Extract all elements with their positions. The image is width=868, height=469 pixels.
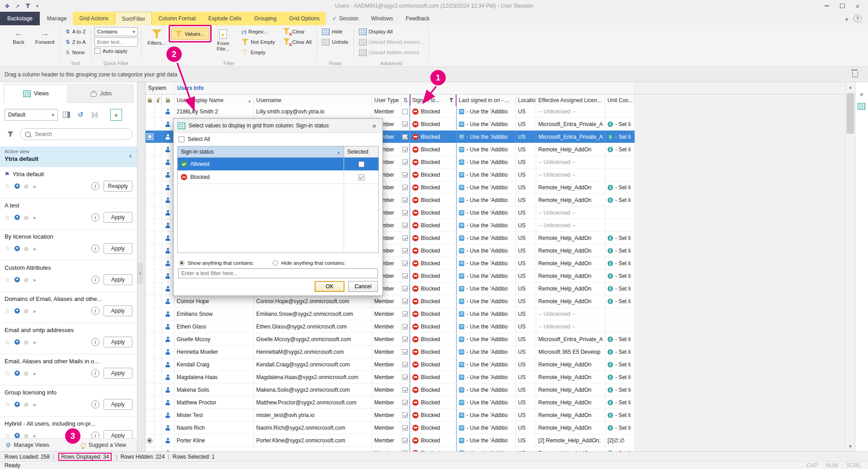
value-checkbox[interactable] xyxy=(359,161,364,167)
location-cell[interactable]: US xyxy=(516,131,536,143)
checkbox-cell[interactable] xyxy=(401,219,410,231)
username-cell[interactable]: Giselle.Mccoy@sygx2.onmicrosoft.com xyxy=(254,333,372,345)
location-cell[interactable]: US xyxy=(516,358,536,371)
license-cell[interactable]: Remote_Help_AddOn xyxy=(536,396,605,408)
last-signed-in-cell[interactable]: - Use the 'Additio xyxy=(457,257,516,269)
filters-button[interactable]: Filters... xyxy=(145,27,169,59)
ribbon-tab[interactable]: Sort/Filter xyxy=(115,12,152,25)
last-signed-in-cell[interactable]: - Use the 'Additio xyxy=(457,105,516,117)
location-cell[interactable]: US xyxy=(516,105,536,117)
active-view-header[interactable]: Active view Ytria default xyxy=(0,146,137,167)
display-name-cell[interactable] xyxy=(175,447,254,451)
license-cell[interactable]: Remote_Help_AddOn xyxy=(536,358,605,371)
location-cell[interactable]: US xyxy=(516,346,536,358)
sign-in-status-cell[interactable]: Blocked xyxy=(410,346,457,358)
unit-cost-cell[interactable]: - Set li xyxy=(605,295,635,307)
location-cell[interactable]: US xyxy=(516,434,536,446)
display-name-cell[interactable]: Connor Hope xyxy=(175,295,254,307)
ribbon-tab[interactable]: Feedback xyxy=(399,12,436,25)
maximize-button[interactable] xyxy=(835,1,849,10)
view-list-item[interactable]: Email and smtp addresses Apply xyxy=(0,323,137,354)
display-name-cell[interactable]: 2186Lilly Smith 2 xyxy=(175,105,254,117)
view-list-item[interactable]: Email, Aliases and other Mails in o... A… xyxy=(0,354,137,385)
filter-views-button[interactable] xyxy=(5,128,16,140)
row-checkbox[interactable] xyxy=(402,286,408,291)
unit-cost-cell[interactable]: - Set li xyxy=(605,447,635,451)
checkbox-cell[interactable] xyxy=(401,295,410,307)
band-users-info[interactable]: Users Info xyxy=(175,82,635,94)
checkbox-cell[interactable] xyxy=(401,308,410,320)
value-checkbox[interactable] xyxy=(359,174,364,180)
license-cell[interactable]: -- Unlicensed -- xyxy=(536,169,605,181)
checkbox-cell[interactable] xyxy=(401,320,410,333)
row-checkbox[interactable] xyxy=(402,147,408,152)
unhide-rows-button[interactable]: Unhide xyxy=(320,38,350,47)
apply-view-button[interactable]: Apply xyxy=(104,305,132,316)
scrollbar-thumb[interactable] xyxy=(847,93,854,134)
row-checkbox[interactable] xyxy=(402,223,408,228)
clear-all-button[interactable]: Clear All xyxy=(281,38,313,47)
username-cell[interactable]: Kendall.Craig@sygx2.onmicrosoft.com xyxy=(254,358,372,371)
table-row[interactable]: Ethen Glass Ethen.Glass@sygx2.onmicrosof… xyxy=(146,320,635,333)
quick-filter-operator-select[interactable]: Contains xyxy=(94,27,138,36)
license-cell[interactable]: Microsoft 365 E5 Develop xyxy=(536,346,605,358)
unit-cost-cell[interactable]: - Set li xyxy=(605,358,635,371)
collapse-panel-handle[interactable] xyxy=(137,263,143,284)
regex-button[interactable]: Regex... xyxy=(240,27,277,36)
ribbon-tab[interactable]: Column Format xyxy=(152,12,202,25)
checkbox-cell[interactable] xyxy=(401,143,410,155)
last-signed-in-cell[interactable]: - Use the 'Additio xyxy=(457,232,516,244)
table-row[interactable]: Mister Test mister_test@ovh.ytria.io Mem… xyxy=(146,409,635,422)
user-type-cell[interactable]: Member xyxy=(372,308,401,320)
ribbon-tab[interactable]: Manage xyxy=(41,12,73,25)
license-cell[interactable]: Microsoft_Entra_Private_A xyxy=(536,131,605,143)
scroll-down-icon[interactable] xyxy=(846,444,855,449)
empty-button[interactable]: Empty xyxy=(240,48,277,57)
unit-cost-cell[interactable]: - Set li xyxy=(605,346,635,358)
apply-view-button[interactable]: Apply xyxy=(104,212,132,223)
checkbox-cell[interactable] xyxy=(401,181,410,193)
chevrons-icon[interactable] xyxy=(33,401,36,408)
checkbox-cell[interactable] xyxy=(401,346,410,358)
search-input[interactable] xyxy=(34,131,127,138)
apply-view-button[interactable]: Apply xyxy=(104,337,132,347)
sign-in-status-cell[interactable]: Blocked xyxy=(410,143,457,155)
user-type-cell[interactable]: Member xyxy=(372,447,401,451)
checkbox-cell[interactable] xyxy=(401,257,410,269)
display-name-cell[interactable]: Magdalena Haas xyxy=(175,371,254,383)
star-icon[interactable] xyxy=(5,183,10,190)
sign-in-status-cell[interactable]: Blocked xyxy=(410,371,457,383)
star-icon[interactable] xyxy=(5,307,10,314)
selected-cell[interactable] xyxy=(344,171,378,183)
license-cell[interactable]: [2] Remote_Help_AddOn; xyxy=(536,434,605,446)
value-cell[interactable]: Allowed xyxy=(178,158,344,170)
select-all-checkbox[interactable]: Select All xyxy=(179,136,210,142)
help-icon[interactable] xyxy=(854,14,862,23)
row-checkbox[interactable] xyxy=(402,210,408,216)
location-cell[interactable]: US xyxy=(516,232,536,244)
row-checkbox[interactable] xyxy=(402,261,408,266)
location-cell[interactable]: US xyxy=(516,295,536,307)
unit-cost-cell[interactable]: - Set li xyxy=(605,333,635,345)
license-cell[interactable]: Remote_Help_AddOn xyxy=(536,270,605,282)
display-name-cell[interactable]: Ethen Glass xyxy=(175,320,254,333)
username-cell[interactable]: Emiliano.Snow@sygx2.onmicrosoft.com xyxy=(254,308,372,320)
unit-cost-cell[interactable] xyxy=(605,308,635,320)
view-list-item[interactable]: Custom Attributes Apply xyxy=(0,261,137,292)
auto-apply-checkbox[interactable]: Auto-apply xyxy=(94,48,138,54)
checkbox-cell[interactable] xyxy=(401,105,410,117)
view-list-item[interactable]: By license location Apply xyxy=(0,230,137,261)
unit-cost-cell[interactable]: - Set li xyxy=(605,181,635,193)
sign-in-status-cell[interactable]: Blocked xyxy=(410,308,457,320)
save-view-button[interactable] xyxy=(89,109,100,120)
sign-in-status-cell[interactable]: Blocked xyxy=(410,131,457,143)
license-cell[interactable]: Remote_Help_AddOn xyxy=(536,181,605,193)
forward-button[interactable]: Forward xyxy=(33,27,57,59)
header-user-display-name[interactable]: User Display Name xyxy=(175,94,254,106)
last-signed-in-cell[interactable]: - Use the 'Additio xyxy=(457,143,516,155)
username-cell[interactable]: Porter.Kline@sygx2.onmicrosoft.com xyxy=(254,434,372,446)
license-cell[interactable]: Remote_Help_AddOn xyxy=(536,244,605,257)
last-signed-in-cell[interactable]: - Use the 'Additio xyxy=(457,409,516,421)
unit-cost-cell[interactable] xyxy=(605,219,635,231)
view-list-item[interactable]: A test Apply xyxy=(0,198,137,230)
